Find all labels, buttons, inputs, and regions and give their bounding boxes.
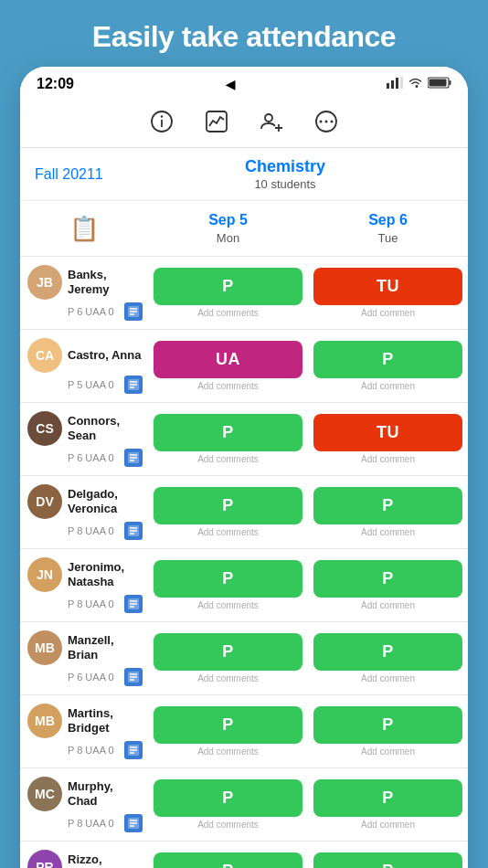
student-meta: P 8 UAA 0 (68, 818, 114, 829)
info-icon[interactable] (145, 105, 178, 138)
attendance-button[interactable]: P (313, 341, 462, 378)
more-icon[interactable] (310, 105, 343, 138)
add-comment-label[interactable]: Add commen (361, 746, 415, 757)
attendance-button[interactable]: P (313, 633, 462, 671)
attendance-button[interactable]: P (154, 268, 302, 305)
add-comment-label[interactable]: Add comments (197, 673, 259, 683)
table-row: CSConnors, SeanP 6 UAA 0PAdd commentsTUA… (20, 403, 468, 476)
attendance-button[interactable]: P (154, 779, 302, 817)
attendance-button[interactable]: P (313, 779, 462, 817)
attendance-button[interactable]: P (154, 487, 302, 524)
attendance-logo: 📋 (20, 215, 148, 243)
add-comment-label[interactable]: Add commen (361, 600, 415, 610)
student-name: Rizzo, Patrick (68, 852, 143, 868)
notes-button[interactable] (124, 376, 143, 394)
svg-point-9 (161, 115, 163, 117)
status-location-icon: ◀ (226, 78, 235, 91)
add-comment-label[interactable]: Add comments (197, 381, 259, 391)
attendance-button[interactable]: P (154, 852, 302, 868)
svg-point-17 (331, 121, 334, 123)
date-2-day: Tue (378, 231, 398, 245)
attendance-cell-1: PAdd comments (148, 555, 308, 616)
notes-button[interactable] (124, 595, 143, 613)
svg-rect-0 (387, 83, 389, 89)
table-row: JBBanks, JeremyP 6 UAA 0PAdd commentsTUA… (20, 257, 468, 330)
semester-label[interactable]: Fall 20211 (35, 166, 117, 183)
student-meta: P 8 UAA 0 (68, 525, 114, 536)
class-name[interactable]: Chemistry (117, 157, 453, 176)
student-meta: P 6 UAA 0 (68, 306, 114, 317)
add-comment-label[interactable]: Add commen (361, 820, 415, 830)
attendance-button[interactable]: P (313, 487, 462, 524)
attendance-cell-2: PAdd commen (308, 701, 468, 762)
student-info-cell: PRRizzo, PatrickP 8 UAA 0 (20, 842, 148, 868)
avatar: MB (27, 630, 62, 665)
add-comment-label[interactable]: Add comments (197, 454, 259, 464)
attendance-button[interactable]: P (313, 560, 462, 598)
student-info-cell: JNJeronimo, NatashaP 8 UAA 0 (20, 549, 148, 621)
attendance-button[interactable]: P (154, 633, 302, 671)
svg-rect-2 (396, 78, 398, 89)
chart-icon[interactable] (200, 105, 233, 138)
attendance-cell-2: PAdd commen (308, 482, 468, 543)
student-name: Manzell, Brian (68, 633, 143, 662)
attendance-button[interactable]: P (154, 560, 302, 598)
add-comment-label[interactable]: Add commen (361, 673, 415, 683)
attendance-cells: PAdd commentsPAdd commen (148, 549, 468, 621)
notes-button[interactable] (124, 522, 143, 540)
add-comment-label[interactable]: Add comments (197, 820, 259, 830)
add-comment-label[interactable]: Add comments (197, 600, 259, 610)
status-bar: 12:09 ◀ (20, 67, 468, 98)
add-comment-label[interactable]: Add commen (361, 527, 415, 537)
svg-rect-6 (449, 80, 451, 85)
avatar: DV (27, 484, 62, 519)
attendance-button[interactable]: P (313, 706, 462, 744)
add-comment-label[interactable]: Add comments (197, 527, 259, 537)
attendance-cells: PAdd commentsPAdd commen (148, 768, 468, 841)
attendance-button[interactable]: UA (154, 341, 302, 378)
signal-icon (387, 77, 403, 91)
notes-button[interactable] (124, 449, 143, 467)
student-name: Jeronimo, Natasha (68, 560, 143, 588)
add-comment-label[interactable]: Add comments (197, 746, 259, 757)
attendance-cells: PAdd commentsPAdd commen (148, 842, 468, 868)
student-name: Delgado, Veronica (68, 487, 143, 515)
date-1-day: Mon (217, 231, 239, 245)
table-row: MBMartins, BridgetP 8 UAA 0PAdd comments… (20, 695, 468, 768)
student-name: Banks, Jeremy (68, 268, 143, 296)
date-2-num: Sep 6 (368, 212, 408, 228)
attendance-cells: PAdd commentsPAdd commen (148, 695, 468, 767)
class-info: Chemistry 10 students (117, 157, 453, 191)
add-comment-label[interactable]: Add commen (361, 381, 415, 391)
attendance-cell-1: PAdd comments (148, 847, 308, 868)
student-info-cell: CSConnors, SeanP 6 UAA 0 (20, 403, 148, 475)
attendance-button[interactable]: TU (313, 268, 462, 305)
table-row: JNJeronimo, NatashaP 8 UAA 0PAdd comment… (20, 549, 468, 622)
attendance-cell-1: PAdd comments (148, 701, 308, 762)
table-row: MCMurphy, ChadP 8 UAA 0PAdd commentsPAdd… (20, 768, 468, 842)
add-comment-label[interactable]: Add commen (361, 454, 415, 464)
attendance-button[interactable]: TU (313, 414, 462, 451)
status-time: 12:09 (37, 76, 74, 92)
attendance-cell-2: PAdd commen (308, 774, 468, 835)
notes-button[interactable] (124, 668, 143, 686)
table-row: DVDelgado, VeronicaP 8 UAA 0PAdd comment… (20, 476, 468, 549)
attendance-cells: PAdd commentsTUAdd commen (148, 257, 468, 329)
avatar: PR (27, 850, 62, 868)
table-row: MBManzell, BrianP 6 UAA 0PAdd commentsPA… (20, 622, 468, 695)
student-name: Castro, Anna (68, 348, 141, 363)
date-col-1: Sep 5 Mon (148, 206, 308, 250)
student-meta: P 6 UAA 0 (68, 672, 114, 683)
add-comment-label[interactable]: Add commen (361, 308, 415, 318)
avatar: MC (27, 777, 62, 811)
attendance-button[interactable]: P (313, 852, 462, 868)
attendance-button[interactable]: P (154, 414, 302, 451)
notes-button[interactable] (124, 741, 143, 759)
student-info-cell: MBMartins, BridgetP 8 UAA 0 (20, 695, 148, 767)
student-info-cell: MCMurphy, ChadP 8 UAA 0 (20, 768, 148, 841)
add-person-icon[interactable] (255, 105, 288, 138)
notes-button[interactable] (124, 814, 143, 832)
notes-button[interactable] (124, 302, 143, 321)
attendance-button[interactable]: P (154, 706, 302, 744)
add-comment-label[interactable]: Add comments (197, 308, 259, 318)
